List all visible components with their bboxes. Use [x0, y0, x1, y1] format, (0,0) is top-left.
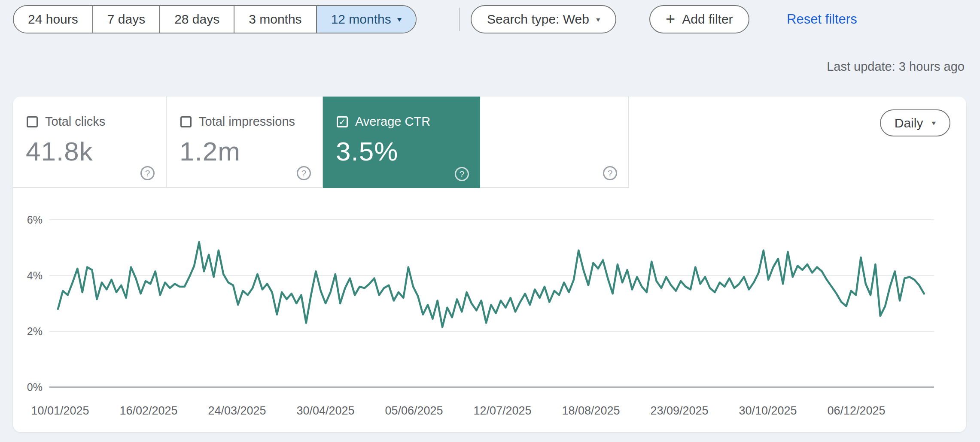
svg-text:12/07/2025: 12/07/2025 — [473, 404, 531, 417]
total-impressions-value: 1.2m — [180, 136, 240, 167]
plus-icon: + — [666, 11, 675, 27]
checkbox-unchecked-icon[interactable] — [27, 116, 38, 127]
metric-card-average-ctr[interactable]: ✓ Average CTR 3.5% ? — [323, 97, 480, 188]
metric-card-total-clicks[interactable]: Total clicks 41.8k ? — [13, 97, 167, 188]
granularity-dropdown[interactable]: Daily ▾ — [880, 109, 950, 136]
total-clicks-value: 41.8k — [26, 136, 93, 167]
metric-head: ✓ Average CTR — [337, 115, 430, 129]
help-icon[interactable]: ? — [603, 166, 617, 180]
metric-label: Total impressions — [199, 115, 295, 129]
svg-text:23/09/2025: 23/09/2025 — [650, 404, 708, 417]
checkbox-unchecked-icon[interactable] — [180, 116, 192, 127]
range-24-hours[interactable]: 24 hours — [14, 6, 93, 33]
metric-head: Total clicks — [27, 115, 105, 129]
search-type-dropdown[interactable]: Search type: Web ▾ — [471, 5, 616, 33]
search-type-label: Search type: Web — [487, 12, 589, 27]
metric-card-total-impressions[interactable]: Total impressions 1.2m ? — [167, 97, 323, 188]
range-3-months[interactable]: 3 months — [234, 6, 317, 33]
metric-card-empty[interactable]: ? — [480, 97, 629, 188]
metric-head: Total impressions — [180, 115, 295, 129]
metric-label: Total clicks — [45, 115, 105, 129]
check-icon: ✓ — [339, 118, 346, 126]
reset-filters-link[interactable]: Reset filters — [787, 5, 857, 33]
svg-text:06/12/2025: 06/12/2025 — [827, 404, 885, 417]
svg-text:16/02/2025: 16/02/2025 — [119, 404, 177, 417]
svg-text:4%: 4% — [27, 269, 43, 282]
svg-text:05/06/2025: 05/06/2025 — [385, 404, 443, 417]
range-12-months-label: 12 months — [331, 12, 391, 27]
help-icon[interactable]: ? — [455, 167, 469, 181]
toolbar-divider — [459, 8, 460, 31]
svg-text:30/10/2025: 30/10/2025 — [739, 404, 797, 417]
last-update-text: Last update: 3 hours ago — [827, 60, 965, 74]
performance-card: Total clicks 41.8k ? Total impressions 1… — [13, 97, 966, 432]
range-12-months[interactable]: 12 months ▾ — [317, 6, 416, 33]
help-icon[interactable]: ? — [140, 166, 155, 180]
date-range-filter: 24 hours 7 days 28 days 3 months 12 mont… — [13, 5, 417, 33]
granularity-label: Daily — [895, 116, 923, 130]
range-7-days[interactable]: 7 days — [93, 6, 160, 33]
chevron-down-icon: ▾ — [931, 119, 936, 127]
chevron-down-icon: ▾ — [596, 15, 600, 24]
search-console-performance-page: 24 hours 7 days 28 days 3 months 12 mont… — [0, 0, 980, 442]
svg-text:10/01/2025: 10/01/2025 — [31, 404, 89, 417]
range-28-days[interactable]: 28 days — [160, 6, 234, 33]
svg-text:30/04/2025: 30/04/2025 — [296, 404, 354, 417]
chevron-down-icon: ▾ — [397, 15, 402, 24]
add-filter-label: Add filter — [682, 12, 733, 27]
add-filter-button[interactable]: + Add filter — [649, 5, 749, 33]
average-ctr-value: 3.5% — [336, 136, 398, 167]
svg-text:6%: 6% — [27, 214, 43, 226]
help-icon[interactable]: ? — [297, 166, 311, 180]
ctr-line-chart-svg: 0%2%4%6%10/01/202516/02/202524/03/202530… — [13, 188, 966, 432]
svg-text:2%: 2% — [27, 325, 43, 337]
ctr-line-chart[interactable]: 0%2%4%6%10/01/202516/02/202524/03/202530… — [13, 188, 966, 432]
metric-cards: Total clicks 41.8k ? Total impressions 1… — [13, 97, 629, 188]
svg-text:24/03/2025: 24/03/2025 — [208, 404, 266, 417]
checkbox-checked-icon[interactable]: ✓ — [337, 116, 348, 127]
metric-label: Average CTR — [355, 115, 430, 129]
svg-text:18/08/2025: 18/08/2025 — [562, 404, 620, 417]
svg-text:0%: 0% — [27, 381, 43, 393]
